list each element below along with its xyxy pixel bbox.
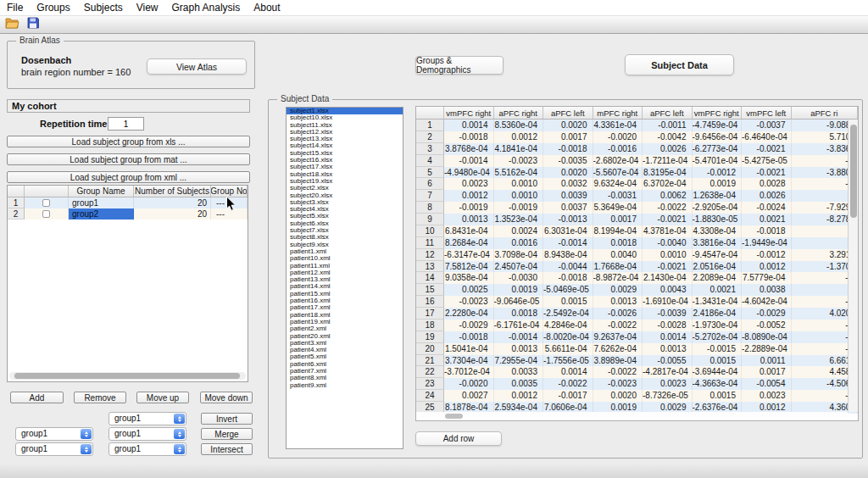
data-cell[interactable]: 0.0011 xyxy=(742,355,792,367)
data-cell[interactable]: 0.0024 xyxy=(494,225,544,237)
data-cell[interactable]: -1.9730e-04 xyxy=(693,320,743,331)
data-cell[interactable]: 5.5162e-04 xyxy=(494,167,544,179)
load-subject-group-button-0[interactable]: Load subject group from xls ... xyxy=(7,136,250,147)
data-cell[interactable]: 2.4507e-04 xyxy=(494,261,544,273)
menu-item-file[interactable]: File xyxy=(7,2,23,14)
data-cell[interactable]: -4.6042e-04 xyxy=(742,296,792,308)
group-table-hscrollbar[interactable] xyxy=(9,372,246,380)
data-cell[interactable]: 7.2955e-04 xyxy=(494,355,544,367)
data-cell[interactable]: 6.3702e-04 xyxy=(643,178,693,190)
file-item-patient6-xml[interactable]: patient6.xml xyxy=(287,361,403,368)
file-item-subject6-xlsx[interactable]: subject6.xlsx xyxy=(287,220,403,227)
data-cell[interactable]: 1.5041e-04 xyxy=(444,343,494,355)
data-cell[interactable]: -4.9480e-04 xyxy=(444,167,494,179)
setop-right-select-1[interactable]: group1 xyxy=(108,427,186,441)
file-item-subject19-xlsx[interactable]: subject19.xlsx xyxy=(287,178,403,185)
file-item-subject11-xlsx[interactable]: subject11.xlsx xyxy=(287,122,403,129)
save-button[interactable] xyxy=(25,18,41,32)
data-cell[interactable]: -0.0022 xyxy=(643,202,693,214)
data-cell[interactable]: 0.0018 xyxy=(494,308,544,320)
data-cell[interactable]: -0.0014 xyxy=(444,155,494,167)
data-table-vscrollbar[interactable] xyxy=(848,119,858,412)
data-cell[interactable]: 0.0013 xyxy=(444,214,494,225)
data-cell[interactable]: -1.6910e-04 xyxy=(643,296,693,308)
data-cell[interactable]: 0.0029 xyxy=(593,284,643,296)
data-cell[interactable]: -1.7211e-04 xyxy=(643,155,693,167)
data-cell[interactable]: 8.3195e-04 xyxy=(643,167,693,179)
data-cell[interactable]: 3.8768e-04 xyxy=(444,143,494,155)
file-item-subject12-xlsx[interactable]: subject12.xlsx xyxy=(287,129,403,136)
setop-right-select-2[interactable]: group1 xyxy=(108,442,186,456)
data-cell[interactable]: -6.4640e-04 xyxy=(742,131,792,143)
file-item-subject3-xlsx[interactable]: subject3.xlsx xyxy=(287,199,403,206)
data-cell[interactable]: 8.2684e-04 xyxy=(444,237,494,249)
load-subject-group-button-2[interactable]: Load subject group from xml ... xyxy=(7,171,250,183)
data-cell[interactable]: -0.0022 xyxy=(543,378,593,390)
group-name-cell[interactable]: group2 xyxy=(69,208,134,220)
file-item-subject15-xlsx[interactable]: subject15.xlsx xyxy=(287,150,403,157)
data-cell[interactable]: -0.0054 xyxy=(742,378,792,390)
file-item-patient2-xml[interactable]: patient2.xml xyxy=(287,325,403,332)
data-cell[interactable]: -0.0044 xyxy=(543,261,593,273)
file-item-patient14-xml[interactable]: patient14.xml xyxy=(287,283,403,290)
data-cell[interactable]: -0.0052 xyxy=(742,320,792,331)
file-item-patient1-xml[interactable]: patient1.xml xyxy=(287,248,403,255)
file-item-subject8-xlsx[interactable]: subject8.xlsx xyxy=(287,234,403,241)
menu-item-graph-analysis[interactable]: Graph Analysis xyxy=(172,2,241,14)
data-cell[interactable]: -8.9872e-04 xyxy=(593,272,643,284)
data-cell[interactable]: -0.0014 xyxy=(494,331,544,343)
setop-left-select-1[interactable]: group1 xyxy=(15,427,93,441)
group-subject-count-cell[interactable]: 20 xyxy=(134,197,211,208)
tab-subject-data[interactable]: Subject Data xyxy=(625,54,734,75)
data-cell[interactable]: 0.0017 xyxy=(593,214,643,225)
data-cell[interactable]: -0.0023 xyxy=(444,296,494,308)
file-item-subject13-xlsx[interactable]: subject13.xlsx xyxy=(287,136,403,142)
file-item-patient19-xml[interactable]: patient19.xml xyxy=(287,319,403,325)
data-cell[interactable]: -0.0016 xyxy=(593,143,643,155)
data-cell[interactable]: -4.2817e-04 xyxy=(643,366,693,378)
file-item-subject14-xlsx[interactable]: subject14.xlsx xyxy=(287,142,403,149)
file-item-subject2-xlsx[interactable]: subject2.xlsx xyxy=(287,185,403,192)
setop-right-select-0[interactable]: group1 xyxy=(108,412,186,425)
data-cell[interactable]: -2.5492e-04 xyxy=(543,308,593,320)
data-cell[interactable]: -8.0890e-04 xyxy=(742,331,792,343)
data-cell[interactable]: -0.0020 xyxy=(593,131,643,143)
file-item-patient15-xml[interactable]: patient15.xml xyxy=(287,291,403,297)
data-cell[interactable]: -4.7459e-04 xyxy=(693,119,743,131)
data-cell[interactable]: -0.0021 xyxy=(643,214,693,225)
data-cell[interactable]: -0.0019 xyxy=(494,202,544,214)
data-cell[interactable]: 0.0037 xyxy=(543,202,593,214)
data-cell[interactable]: 0.0019 xyxy=(693,178,743,190)
data-cell[interactable]: 0.0012 xyxy=(444,190,494,202)
data-cell[interactable]: -0.0018 xyxy=(543,143,593,155)
file-item-patient11-xml[interactable]: patient11.xml xyxy=(287,263,403,270)
data-cell[interactable]: -8.0020e-04 xyxy=(543,331,593,343)
data-cell[interactable]: -0.0018 xyxy=(742,225,792,237)
data-cell[interactable]: 0.0062 xyxy=(643,190,693,202)
data-cell[interactable]: 0.0028 xyxy=(742,178,792,190)
data-cell[interactable]: 0.0012 xyxy=(742,261,792,273)
data-cell[interactable]: -0.0012 xyxy=(693,167,743,179)
data-cell[interactable]: 0.0032 xyxy=(543,178,593,190)
file-item-subject4-xlsx[interactable]: subject4.xlsx xyxy=(287,206,403,213)
data-cell[interactable]: -0.0018 xyxy=(444,331,494,343)
data-cell[interactable]: 0.0020 xyxy=(543,167,593,179)
data-cell[interactable]: -0.0031 xyxy=(593,190,643,202)
data-cell[interactable]: -1.8830e-05 xyxy=(693,214,743,225)
remove-button[interactable]: Remove xyxy=(74,392,126,403)
file-item-patient10-xml[interactable]: patient10.xml xyxy=(287,255,403,262)
data-cell[interactable]: 0.0015 xyxy=(693,390,743,402)
file-item-patient20-xml[interactable]: patient20.xml xyxy=(287,333,403,340)
data-cell[interactable]: -3.7012e-04 xyxy=(444,366,494,378)
file-item-patient12-xml[interactable]: patient12.xml xyxy=(287,270,403,276)
data-cell[interactable]: -6.1761e-04 xyxy=(494,320,544,331)
data-cell[interactable]: 0.0023 xyxy=(444,178,494,190)
data-cell[interactable]: 0.0014 xyxy=(543,366,593,378)
data-cell[interactable]: -0.0019 xyxy=(444,202,494,214)
data-cell[interactable]: 8.9438e-04 xyxy=(543,249,593,261)
data-cell[interactable]: -5.4275e-05 xyxy=(742,155,792,167)
data-cell[interactable]: -0.0026 xyxy=(593,308,643,320)
view-atlas-button[interactable]: View Atlas xyxy=(147,58,247,75)
data-cell[interactable]: 0.0040 xyxy=(593,249,643,261)
data-cell[interactable]: 0.0015 xyxy=(543,296,593,308)
